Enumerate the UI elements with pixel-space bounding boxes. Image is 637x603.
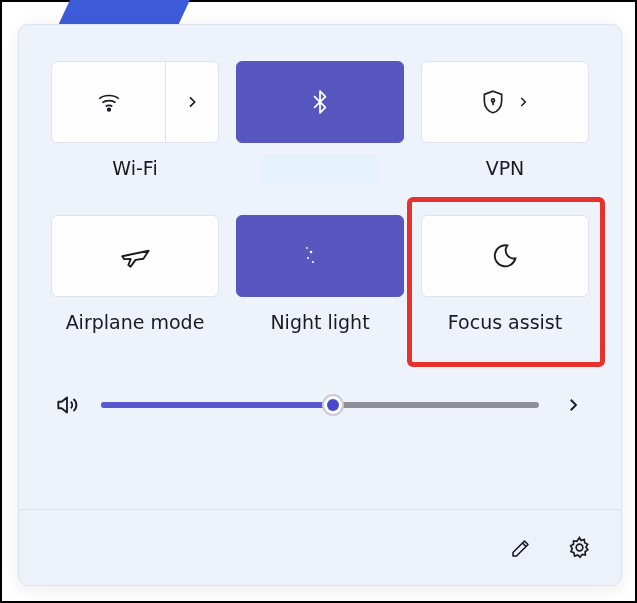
airplane-icon (120, 241, 150, 271)
svg-point-3 (307, 257, 309, 259)
airplane-tile-column: Airplane mode (51, 215, 219, 337)
wifi-label: Wi-Fi (112, 157, 157, 183)
bluetooth-tile-column (236, 61, 404, 183)
focus-assist-tile[interactable] (421, 215, 589, 297)
wifi-tile (51, 61, 219, 143)
svg-point-6 (576, 544, 583, 551)
vpn-label: VPN (486, 157, 525, 183)
svg-point-5 (306, 247, 308, 249)
bluetooth-tile[interactable] (236, 61, 404, 143)
tiles-area: Wi-Fi (19, 25, 621, 359)
slider-thumb[interactable] (322, 394, 344, 416)
vpn-tile-column: VPN (421, 61, 589, 183)
focus-label: Focus assist (448, 311, 562, 337)
svg-point-1 (491, 99, 494, 102)
bottom-bar (19, 509, 621, 585)
nightlight-label: Night light (270, 311, 369, 337)
vpn-tile[interactable] (421, 61, 589, 143)
svg-point-4 (312, 261, 314, 263)
settings-button[interactable] (563, 532, 595, 564)
night-light-tile[interactable] (236, 215, 404, 297)
wifi-icon (96, 89, 122, 115)
bluetooth-label-placeholder (260, 155, 380, 183)
bluetooth-icon (307, 87, 333, 117)
slider-thumb-inner (327, 399, 339, 411)
quick-settings-panel: Wi-Fi (18, 24, 622, 586)
window-frame: Wi-Fi (0, 0, 637, 603)
pencil-icon (509, 536, 533, 560)
slider-track-fill (101, 402, 333, 408)
edit-button[interactable] (505, 532, 537, 564)
tile-row-2: Airplane mode (51, 215, 589, 337)
airplane-label: Airplane mode (66, 311, 205, 337)
gear-icon (567, 535, 592, 560)
wifi-expand-button[interactable] (166, 62, 218, 142)
chevron-right-icon (184, 94, 200, 110)
volume-icon[interactable] (51, 389, 83, 421)
moon-icon (491, 242, 519, 270)
focus-tile-column: Focus assist (421, 215, 589, 337)
airplane-mode-tile[interactable] (51, 215, 219, 297)
slider-expand-button[interactable] (557, 389, 589, 421)
wifi-toggle[interactable] (52, 62, 166, 142)
chevron-right-icon (516, 95, 530, 109)
nightlight-tile-column: Night light (236, 215, 404, 337)
volume-slider-area (19, 359, 621, 431)
night-light-icon (303, 241, 337, 271)
svg-point-2 (310, 251, 313, 254)
svg-point-0 (107, 108, 110, 111)
wifi-tile-column: Wi-Fi (51, 61, 219, 183)
tile-row-1: Wi-Fi (51, 61, 589, 183)
shield-lock-icon (480, 89, 506, 115)
volume-slider[interactable] (101, 395, 539, 415)
